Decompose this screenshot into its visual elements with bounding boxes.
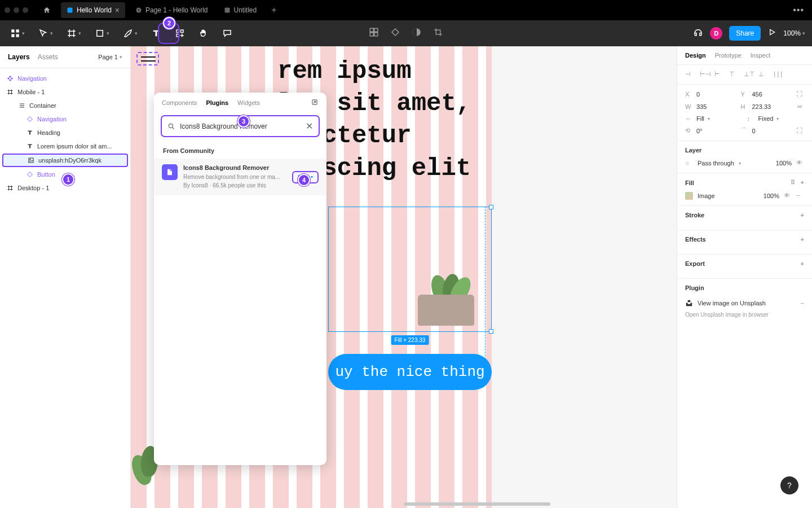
- frame-tool[interactable]: ▾: [63, 25, 85, 42]
- size-badge: Fill × 223.33: [391, 335, 429, 345]
- tab-widgets[interactable]: Widgets: [237, 99, 260, 106]
- tab-inspect[interactable]: Inspect: [751, 52, 770, 59]
- plugin-text: Icons8 Background Remover Remove backgro…: [183, 164, 286, 190]
- layers-tab[interactable]: Layers: [8, 52, 30, 62]
- add-fill-icon[interactable]: +: [801, 179, 804, 186]
- file-tab-2[interactable]: Page 1 - Hello World: [130, 3, 214, 17]
- w-value[interactable]: 335: [696, 103, 707, 110]
- align-right-icon[interactable]: ⊢: [714, 71, 723, 78]
- resize-h[interactable]: Fill: [696, 115, 704, 122]
- component-icon[interactable]: [369, 27, 379, 40]
- resize-v[interactable]: Fixed: [758, 115, 774, 122]
- fill-section: Fill⠿+ Image 100% 👁 −: [677, 173, 812, 206]
- remove-fill-icon[interactable]: −: [796, 192, 804, 200]
- add-effect-icon[interactable]: +: [801, 236, 804, 243]
- present-icon[interactable]: [767, 28, 776, 39]
- zoom-level[interactable]: 100%▾: [783, 29, 805, 37]
- svg-rect-3: [11, 29, 14, 32]
- community-label: From Community: [154, 143, 326, 159]
- align-hcenter-icon[interactable]: ⊢⊣: [700, 71, 709, 78]
- pen-tool[interactable]: ▾: [120, 25, 141, 42]
- window-controls[interactable]: [5, 7, 28, 13]
- move-tool[interactable]: ▾: [35, 25, 56, 42]
- selected-image[interactable]: Fill × 223.33: [328, 207, 492, 332]
- file-tab-1[interactable]: Hello World ×: [61, 2, 125, 18]
- file-tab-3[interactable]: Untitled: [218, 3, 263, 17]
- add-stroke-icon[interactable]: +: [801, 212, 804, 218]
- main-menu[interactable]: ▾: [7, 25, 28, 42]
- boolean-icon[interactable]: [412, 27, 422, 40]
- align-bottom-icon[interactable]: ⊥: [758, 71, 767, 78]
- visibility-icon[interactable]: 👁: [796, 159, 804, 167]
- svg-rect-6: [16, 34, 19, 37]
- svg-point-19: [169, 124, 173, 128]
- svg-rect-12: [374, 28, 378, 32]
- tab-label: Page 1 - Hello World: [145, 6, 208, 14]
- x-value[interactable]: 0: [696, 91, 700, 98]
- fill-opacity[interactable]: 100%: [764, 192, 779, 199]
- layer-navigation[interactable]: Navigation: [0, 72, 130, 85]
- left-panel-header: Layers Assets Page 1▾: [0, 46, 130, 68]
- home-tab[interactable]: [37, 3, 56, 17]
- y-value[interactable]: 456: [752, 91, 762, 98]
- help-button[interactable]: ?: [780, 476, 798, 494]
- plugin-link[interactable]: View image on Unsplash −: [685, 297, 804, 309]
- comment-tool[interactable]: [219, 25, 236, 42]
- layer-nav-instance[interactable]: Navigation: [0, 112, 130, 126]
- popout-icon[interactable]: [311, 98, 319, 107]
- align-vcenter-icon[interactable]: ⊥⊤: [744, 71, 753, 78]
- align-top-icon[interactable]: ⊤: [729, 71, 738, 78]
- mask-icon[interactable]: [390, 27, 400, 40]
- remove-plugin-icon[interactable]: −: [801, 300, 804, 306]
- align-left-icon[interactable]: ⊣: [685, 71, 694, 78]
- cta-button[interactable]: uy the nice thing: [328, 354, 492, 390]
- layer-lorem[interactable]: Lorem ipsum dolor sit am...: [0, 139, 130, 153]
- svg-rect-5: [11, 34, 14, 37]
- guide-line: [485, 207, 486, 365]
- style-icon[interactable]: ⠿: [791, 179, 795, 186]
- radius-expand-icon[interactable]: ⛶: [796, 127, 804, 135]
- layer-image-selected[interactable]: unsplash:hDyO6rr3kqk: [2, 154, 128, 167]
- avatar[interactable]: D: [710, 27, 722, 40]
- rotation-value[interactable]: 0°: [696, 128, 703, 134]
- h-value[interactable]: 223.33: [752, 103, 771, 110]
- tab-label: Untitled: [234, 6, 257, 14]
- clear-icon[interactable]: ✕: [306, 121, 313, 132]
- crop-icon[interactable]: [433, 27, 443, 40]
- hand-tool[interactable]: [195, 25, 212, 42]
- align-tools: ⊣ ⊢⊣ ⊢ ⊤ ⊥⊤ ⊥ ∣∣∣: [677, 65, 812, 85]
- layer-heading[interactable]: Heading: [0, 126, 130, 139]
- align-frame-icon[interactable]: ⛶: [796, 90, 804, 98]
- right-panel-tabs: Design Prototype Inspect: [677, 46, 812, 65]
- close-icon[interactable]: ×: [115, 6, 120, 15]
- callout-badge: 4: [298, 174, 310, 186]
- unsplash-icon: [685, 299, 693, 307]
- title-bar: Hello World × Page 1 - Hello World Untit…: [0, 0, 812, 20]
- shape-tool[interactable]: ▾: [91, 25, 113, 42]
- page-selector[interactable]: Page 1▾: [98, 54, 122, 60]
- visibility-icon[interactable]: 👁: [784, 192, 792, 200]
- layer-opacity[interactable]: 100%: [776, 160, 792, 167]
- svg-point-17: [30, 159, 31, 160]
- radius-value[interactable]: 0: [752, 128, 756, 134]
- more-icon[interactable]: •••: [789, 5, 807, 15]
- tab-design[interactable]: Design: [685, 52, 706, 59]
- tab-plugins[interactable]: Plugins: [206, 99, 228, 106]
- layer-section: Layer ○ Pass through▾ 100% 👁: [677, 141, 812, 173]
- constrain-icon[interactable]: ⫘: [796, 103, 804, 111]
- canvas-scrollbar[interactable]: [404, 502, 550, 506]
- distribute-icon[interactable]: ∣∣∣: [773, 71, 782, 78]
- tab-components[interactable]: Components: [162, 99, 197, 106]
- fill-swatch[interactable]: [685, 192, 693, 200]
- layer-container[interactable]: Container: [0, 99, 130, 112]
- assets-tab[interactable]: Assets: [38, 52, 58, 62]
- headphones-icon[interactable]: [693, 27, 703, 40]
- fill-type[interactable]: Image: [698, 192, 715, 199]
- add-tab-button[interactable]: +: [267, 3, 281, 17]
- tab-prototype[interactable]: Prototype: [715, 52, 742, 59]
- share-button[interactable]: Share: [729, 26, 761, 41]
- blend-mode[interactable]: Pass through: [698, 160, 734, 167]
- layer-mobile[interactable]: Mobile - 1: [0, 85, 130, 99]
- svg-rect-11: [370, 28, 373, 32]
- add-export-icon[interactable]: +: [801, 260, 804, 267]
